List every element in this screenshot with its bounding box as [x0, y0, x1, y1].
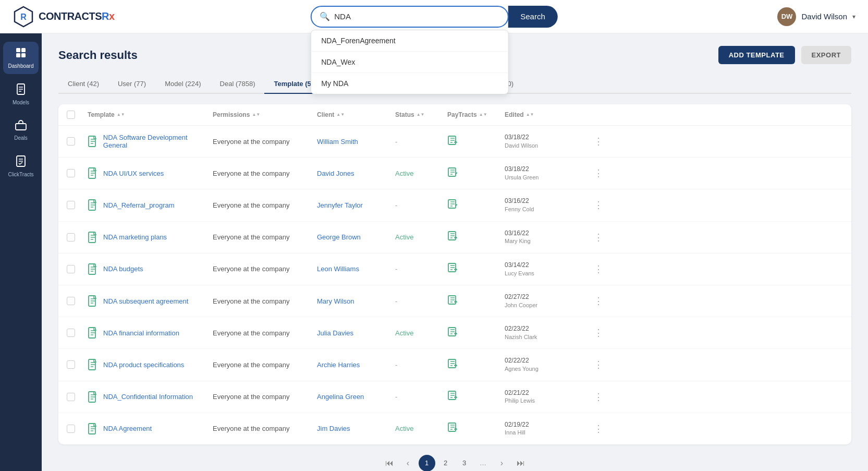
template-name-3[interactable]: NDA marketing plans	[103, 233, 167, 241]
client-name-6[interactable]: Julia Davies	[317, 329, 353, 337]
more-actions-7: ⋮	[588, 359, 609, 370]
paytracts-icon-1[interactable]	[447, 170, 459, 180]
more-button-0[interactable]: ⋮	[588, 136, 609, 147]
dropdown-item-3[interactable]: My NDA	[311, 73, 508, 94]
app-layout: Dashboard Models Deals ClickTracts Searc…	[0, 33, 868, 471]
client-name-3[interactable]: George Brown	[317, 233, 361, 241]
page-2[interactable]: 2	[437, 455, 454, 471]
paytracts-icon-3[interactable]	[447, 233, 459, 244]
main-content: Search results ADD TEMPLATE EXPORT Clien…	[42, 33, 868, 471]
row-select-4[interactable]	[67, 265, 75, 273]
search-button[interactable]: Search	[508, 6, 558, 28]
client-name-0[interactable]: William Smith	[317, 138, 358, 146]
select-all-checkbox[interactable]	[67, 111, 75, 119]
row-select-1[interactable]	[67, 169, 75, 177]
clicktracts-icon	[16, 155, 26, 170]
template-name-4[interactable]: NDA budgets	[103, 265, 143, 273]
template-name-2[interactable]: NDA_Referral_program	[103, 201, 175, 209]
client-name-9[interactable]: Jim Davies	[317, 425, 350, 432]
more-button-1[interactable]: ⋮	[588, 167, 609, 179]
sidebar-item-clicktracts[interactable]: ClickTracts	[3, 150, 39, 183]
more-button-9[interactable]: ⋮	[588, 423, 609, 434]
client-name-5[interactable]: Mary Wilson	[317, 297, 354, 305]
col-permissions[interactable]: Permissions ▲▼	[213, 111, 317, 118]
sidebar-item-dashboard[interactable]: Dashboard	[3, 42, 39, 74]
paytracts-icon-4[interactable]	[447, 265, 459, 275]
row-select-9[interactable]	[67, 425, 75, 433]
add-template-button[interactable]: ADD TEMPLATE	[718, 46, 795, 64]
paytracts-icon-7[interactable]	[447, 361, 459, 371]
more-button-8[interactable]: ⋮	[588, 391, 609, 403]
table-row: NDA Agreement Everyone at the company Ji…	[58, 413, 851, 444]
tab-user[interactable]: User (77)	[108, 75, 155, 94]
page-prev[interactable]: ‹	[400, 455, 417, 471]
status-value-4: -	[395, 265, 397, 273]
more-button-5[interactable]: ⋮	[588, 295, 609, 307]
row-select-6[interactable]	[67, 329, 75, 337]
permissions-cell-0: Everyone at the company	[213, 138, 317, 146]
edited-cell-0: 03/18/22 David Wilson	[505, 133, 588, 150]
row-select-8[interactable]	[67, 393, 75, 401]
col-template[interactable]: Template ▲▼	[88, 111, 213, 118]
user-menu-chevron[interactable]: ▾	[852, 13, 855, 20]
dropdown-item-2[interactable]: NDA_Wex	[311, 52, 508, 73]
template-name-8[interactable]: NDA_Confidential Information	[103, 393, 193, 401]
row-select-7[interactable]	[67, 360, 75, 369]
row-select-0[interactable]	[67, 137, 75, 146]
status-value-9: Active	[395, 425, 413, 432]
more-button-3[interactable]: ⋮	[588, 232, 609, 243]
more-button-7[interactable]: ⋮	[588, 359, 609, 370]
col-paytracts[interactable]: PayTracts ▲▼	[447, 111, 505, 118]
edited-cell-1: 03/18/22 Ursula Green	[505, 165, 588, 182]
paytracts-icon-6[interactable]	[447, 329, 459, 340]
template-name-0[interactable]: NDA Software Development General	[103, 134, 213, 149]
paytracts-icon-9[interactable]	[447, 425, 459, 435]
client-name-4[interactable]: Leon Williams	[317, 265, 359, 273]
page-first[interactable]: ⏮	[381, 455, 398, 471]
page-last[interactable]: ⏭	[512, 455, 529, 471]
paytracts-icon-0[interactable]	[447, 138, 459, 148]
tab-model[interactable]: Model (224)	[155, 75, 210, 94]
export-button[interactable]: EXPORT	[801, 46, 851, 64]
template-doc-icon-0	[88, 136, 99, 147]
paytracts-icon-2[interactable]	[447, 201, 459, 212]
paytracts-icon-5[interactable]	[447, 297, 459, 308]
more-button-4[interactable]: ⋮	[588, 263, 609, 275]
template-name-6[interactable]: NDA financial information	[103, 329, 179, 337]
page-ellipsis: …	[475, 455, 492, 471]
more-button-6[interactable]: ⋮	[588, 327, 609, 339]
paytracts-icon-8[interactable]	[447, 393, 459, 403]
client-name-8[interactable]: Angelina Green	[317, 393, 364, 401]
tab-deal[interactable]: Deal (7858)	[211, 75, 265, 94]
page-next[interactable]: ›	[494, 455, 510, 471]
client-name-2[interactable]: Jennyfer Taylor	[317, 201, 363, 209]
template-name-9[interactable]: NDA Agreement	[103, 425, 152, 432]
col-client[interactable]: Client ▲▼	[317, 111, 395, 118]
tab-client[interactable]: Client (42)	[58, 75, 108, 94]
page-1[interactable]: 1	[419, 455, 435, 471]
template-name-1[interactable]: NDA UI/UX services	[103, 170, 164, 177]
row-select-2[interactable]	[67, 201, 75, 209]
more-actions-9: ⋮	[588, 423, 609, 434]
col-edited[interactable]: Edited ▲▼	[505, 111, 588, 118]
row-select-5[interactable]	[67, 297, 75, 305]
template-cell-4: NDA budgets	[88, 263, 213, 275]
col-status[interactable]: Status ▲▼	[395, 111, 447, 118]
page-3[interactable]: 3	[456, 455, 473, 471]
row-select-3[interactable]	[67, 233, 75, 241]
dropdown-item-1[interactable]: NDA_ForenAgreement	[311, 30, 508, 52]
more-button-2[interactable]: ⋮	[588, 199, 609, 211]
more-actions-5: ⋮	[588, 295, 609, 307]
logo-text: CONTRACTSRx	[39, 10, 115, 22]
deals-label: Deals	[14, 135, 28, 141]
status-cell-2: -	[395, 201, 447, 209]
search-input[interactable]	[334, 12, 499, 21]
table-header: Template ▲▼ Permissions ▲▼ Client ▲▼ Sta…	[58, 104, 851, 126]
client-name-1[interactable]: David Jones	[317, 170, 354, 177]
sidebar-item-models[interactable]: Models	[3, 78, 39, 111]
client-name-7[interactable]: Archie Harries	[317, 361, 360, 369]
template-name-5[interactable]: NDA subsequent agreement	[103, 297, 188, 305]
template-name-7[interactable]: NDA product specifications	[103, 361, 184, 369]
edited-date-1: 03/18/22	[505, 165, 588, 174]
sidebar-item-deals[interactable]: Deals	[3, 115, 39, 146]
